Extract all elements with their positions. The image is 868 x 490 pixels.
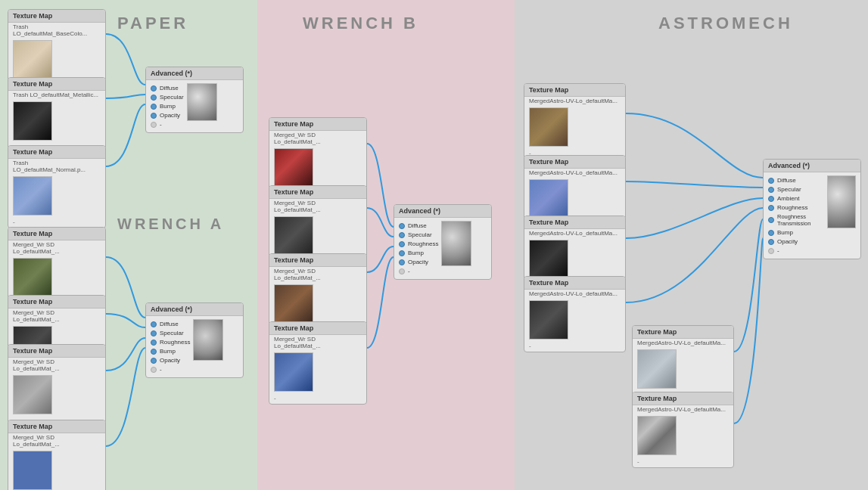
- port-roughness: Roughness: [399, 240, 438, 247]
- node-header: Texture Map: [8, 345, 105, 358]
- node-subheader: Merged_Wr SD Lo_defaultMat_...: [269, 131, 366, 146]
- texture-thumbnail: [637, 416, 677, 455]
- port-dot-out: [768, 248, 774, 254]
- port-dot: [768, 187, 774, 193]
- port-specular: Specular: [151, 94, 184, 101]
- node-header: Texture Map: [633, 392, 733, 405]
- port-opacity: Opacity: [768, 238, 824, 245]
- port-minus: -: [151, 366, 190, 373]
- node-header: Texture Map: [524, 277, 625, 290]
- node-header: Texture Map: [633, 326, 733, 339]
- port-dot-specular: [151, 95, 157, 101]
- port-diffuse: Diffuse: [151, 321, 190, 327]
- node-texture-paper-metallic[interactable]: Texture Map Trash LO_defaultMat_Metallic…: [8, 77, 106, 154]
- node-footer: -: [269, 394, 366, 404]
- port-minus: -: [768, 247, 824, 254]
- node-footer: -: [633, 457, 733, 467]
- node-texture-wrencha-blue[interactable]: Texture Map Merged_Wr SD Lo_defaultMat_.…: [8, 420, 106, 490]
- port-diffuse: Diffuse: [151, 85, 184, 91]
- port-dot: [768, 239, 774, 245]
- node-header: Texture Map: [524, 216, 625, 229]
- node-header: Texture Map: [8, 228, 105, 240]
- texture-thumbnail: [193, 319, 223, 361]
- node-advanced-paper[interactable]: Advanced (*) Diffuse Specular Bump Opaci…: [145, 67, 244, 133]
- node-header: Texture Map: [524, 156, 625, 169]
- node-header: Texture Map: [8, 10, 105, 23]
- port-dot: [151, 358, 157, 364]
- node-subheader: MergedAstro-UV-Lo_defaultMa...: [633, 339, 733, 347]
- port-minus: -: [399, 268, 438, 274]
- node-header: Advanced (*): [394, 205, 491, 218]
- node-subheader: MergedAstro-UV-Lo_defaultMa...: [524, 169, 625, 177]
- texture-thumbnail: [274, 352, 313, 392]
- texture-thumbnail: [13, 101, 52, 141]
- port-diffuse: Diffuse: [768, 177, 824, 184]
- node-header: Texture Map: [524, 84, 625, 97]
- texture-thumbnail: [13, 40, 52, 79]
- label-wrench-b: WRENCH B: [303, 14, 418, 33]
- label-wrench-a: WRENCH A: [117, 216, 224, 233]
- port-dot: [151, 330, 157, 336]
- texture-thumbnail: [827, 175, 856, 228]
- port-dot: [399, 232, 405, 238]
- port-bump: Bump: [768, 229, 824, 236]
- port-dot-out: [151, 367, 157, 373]
- texture-thumbnail: [637, 349, 677, 389]
- port-dot: [768, 178, 774, 184]
- port-dot-diffuse: [151, 85, 157, 91]
- port-bump: Bump: [151, 348, 190, 355]
- port-diffuse: Diffuse: [399, 222, 438, 229]
- node-header: Texture Map: [8, 78, 105, 91]
- port-roughness: Roughness: [768, 204, 824, 211]
- node-subheader: Merged_Wr SD Lo_defaultMat_...: [8, 358, 105, 373]
- texture-thumbnail: [274, 284, 313, 324]
- node-texture-astro6[interactable]: Texture Map MergedAstro-UV-Lo_defaultMa.…: [632, 392, 734, 468]
- port-dot-bump: [151, 104, 157, 110]
- port-bump: Bump: [151, 103, 184, 110]
- port-dot: [151, 321, 157, 327]
- port-dot: [399, 223, 405, 229]
- node-header: Texture Map: [8, 420, 105, 433]
- node-texture-astro4[interactable]: Texture Map MergedAstro-UV-Lo_defaultMa.…: [524, 276, 626, 352]
- texture-thumbnail: [187, 83, 217, 121]
- port-dot: [399, 241, 405, 247]
- node-advanced-wrenchb[interactable]: Advanced (*) Diffuse Specular Roughness …: [394, 204, 492, 280]
- node-subheader: MergedAstro-UV-Lo_defaultMa...: [524, 229, 625, 237]
- node-footer: -: [524, 342, 625, 352]
- node-header: Texture Map: [8, 296, 105, 309]
- label-paper: PAPER: [117, 14, 188, 33]
- texture-thumbnail: [13, 375, 52, 414]
- node-header: Texture Map: [269, 186, 366, 199]
- node-header: Texture Map: [269, 322, 366, 335]
- node-texture-paper-normal[interactable]: Texture Map Trash LO_defaultMat_Normal.p…: [8, 145, 106, 228]
- port-specular: Specular: [151, 330, 190, 336]
- label-astromech: ASTROMECH: [658, 14, 793, 33]
- node-texture-astro1[interactable]: Texture Map MergedAstro-UV-Lo_defaultMa.…: [524, 83, 626, 160]
- node-texture-wrenchb-blue[interactable]: Texture Map Merged_Wr SD Lo_defaultMat_.…: [269, 321, 367, 405]
- texture-thumbnail: [13, 176, 52, 216]
- texture-thumbnail: [441, 221, 471, 266]
- node-subheader: MergedAstro-UV-Lo_defaultMa...: [524, 290, 625, 298]
- texture-thumbnail: [274, 216, 313, 256]
- node-subheader: Merged_Wr SD Lo_defaultMat_...: [269, 267, 366, 282]
- node-subheader: Merged_Wr SD Lo_defaultMat_...: [269, 199, 366, 214]
- node-subheader: MergedAstro-UV-Lo_defaultMa...: [524, 97, 625, 105]
- port-minus: -: [151, 121, 184, 128]
- node-advanced-wrencha[interactable]: Advanced (*) Diffuse Specular Roughness …: [145, 302, 244, 378]
- node-header: Advanced (*): [146, 303, 243, 316]
- node-header: Advanced (*): [764, 160, 860, 172]
- port-dot: [768, 230, 774, 236]
- port-dot: [399, 259, 405, 265]
- port-dot: [768, 217, 774, 223]
- node-subheader: Trash LO_defaultMat_Metallic...: [8, 91, 105, 99]
- port-dot: [399, 250, 405, 256]
- texture-thumbnail: [529, 300, 568, 340]
- port-dot: [151, 340, 157, 346]
- node-subheader: Trash LO_defaultMat_Normal.p...: [8, 159, 105, 174]
- port-dot-out: [151, 122, 157, 128]
- node-texture-astro5[interactable]: Texture Map MergedAstro-UV-Lo_defaultMa.…: [632, 325, 734, 402]
- texture-thumbnail: [13, 258, 52, 297]
- node-texture-wrencha-normal[interactable]: Texture Map Merged_Wr SD Lo_defaultMat_.…: [8, 344, 106, 427]
- node-advanced-astromech[interactable]: Advanced (*) Diffuse Specular Ambient Ro…: [763, 159, 861, 259]
- texture-thumbnail: [274, 148, 313, 188]
